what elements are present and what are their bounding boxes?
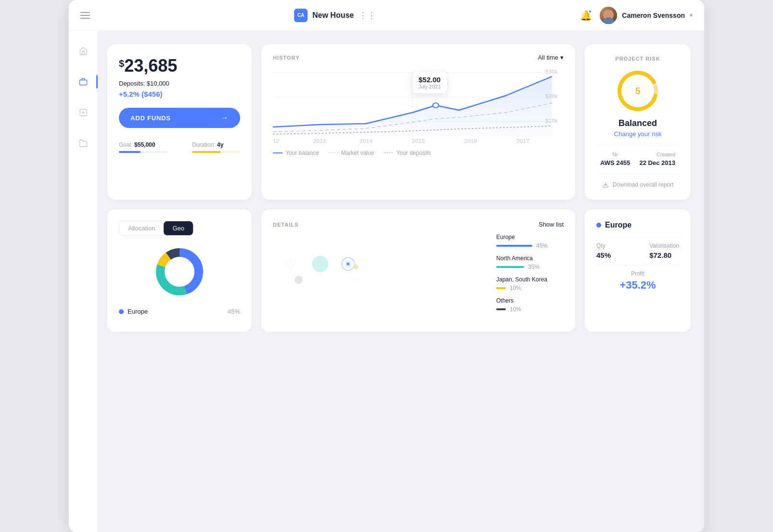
svg-rect-37 [295, 261, 296, 262]
sidebar-item-home[interactable] [75, 42, 92, 60]
europe-region-title: Europe [605, 221, 631, 229]
sidebar [69, 31, 98, 532]
chart-tooltip: $52.00 July 2021 [412, 72, 447, 93]
svg-rect-41 [293, 264, 294, 265]
history-card: HISTORY All time ▾ $52.00 July 2021 [261, 44, 575, 200]
hamburger-menu[interactable] [80, 12, 90, 19]
region-north-america: North America 35% [496, 255, 564, 270]
svg-text:2013: 2013 [313, 139, 326, 144]
svg-text:2012: 2012 [273, 139, 279, 144]
valorisation-label: Valorisation [649, 242, 679, 249]
legend-line-deposits [384, 152, 393, 153]
nav-right: 🔔 Cameron Svensson ▾ [580, 7, 693, 24]
goal-progress-bar [119, 151, 167, 153]
created-value: 22 Dec 2013 [640, 159, 675, 166]
risk-title: PROJECT RISK [596, 56, 679, 62]
risk-created: Created 22 Dec 2013 [640, 152, 675, 166]
legend-market: Market value [329, 150, 374, 156]
tooltip-date: July 2021 [418, 84, 441, 89]
svg-point-89 [312, 256, 328, 272]
svg-rect-78 [351, 277, 352, 278]
japan-bar [496, 287, 506, 289]
sidebar-item-portfolio[interactable] [75, 73, 92, 90]
svg-rect-39 [287, 264, 288, 265]
svg-point-12 [433, 103, 438, 108]
svg-text:$30k: $30k [545, 69, 558, 75]
notification-dot [588, 10, 592, 13]
legend-label-balance: Your balance [285, 150, 319, 156]
svg-rect-74 [351, 263, 352, 264]
details-header: DETAILS Show list [273, 221, 564, 228]
svg-rect-36 [292, 262, 293, 263]
portfolio-card: $23,685 Deposits: $10,000 +5.2% ($456) A… [107, 44, 252, 200]
profit-label: Profit [596, 270, 679, 277]
user-profile[interactable]: Cameron Svensson ▾ [600, 7, 693, 24]
gain-display: +5.2% ($456) [119, 90, 240, 98]
svg-rect-45 [287, 269, 288, 270]
history-title: HISTORY [273, 55, 299, 61]
region-europe: Europe 45% [496, 234, 564, 249]
svg-point-93 [354, 265, 359, 269]
svg-text:2016: 2016 [464, 139, 477, 144]
svg-rect-44 [292, 266, 293, 267]
duration-item: Duration: 4y [192, 141, 240, 153]
svg-text:2015: 2015 [412, 139, 425, 144]
europe-card: Europe Qty 45% Valorisation $72.80 [585, 209, 691, 332]
legend-label-deposits: Your deposits [396, 150, 431, 156]
project-badge: CA [294, 9, 308, 22]
svg-rect-0 [79, 80, 87, 85]
svg-rect-63 [318, 275, 319, 276]
sidebar-item-folder[interactable] [75, 135, 92, 152]
tooltip-amount: $52.00 [418, 76, 441, 84]
svg-rect-80 [353, 279, 354, 280]
show-list-button[interactable]: Show list [539, 221, 564, 228]
svg-rect-85 [302, 277, 303, 278]
legend-line-balance [273, 152, 283, 153]
svg-rect-31 [287, 260, 288, 261]
time-filter[interactable]: All time ▾ [538, 54, 564, 61]
svg-rect-43 [289, 266, 290, 267]
europe-indicator-dot [596, 223, 601, 228]
deposits-row: Deposits: $10,000 [119, 80, 240, 87]
chart-legend: Your balance Market value Your deposits [273, 150, 564, 156]
sidebar-item-add[interactable] [75, 104, 92, 121]
change-risk-link[interactable]: Change your risk [596, 130, 679, 138]
others-bar [496, 308, 506, 310]
europe-bar [496, 245, 532, 247]
svg-rect-33 [293, 259, 294, 260]
tab-allocation[interactable]: Allocation [119, 221, 164, 235]
svg-rect-64 [321, 275, 322, 276]
download-report-button[interactable]: Download overall report [596, 174, 679, 188]
profit-value: +35.2% [596, 279, 679, 291]
legend-item-europe: Europe 45% [119, 308, 240, 315]
tab-geo[interactable]: Geo [164, 221, 193, 235]
svg-rect-30 [284, 260, 285, 261]
details-title: DETAILS [273, 222, 298, 228]
svg-rect-47 [289, 271, 290, 272]
risk-gauge: 5 [616, 69, 659, 113]
region-bars: Europe 45% North America 35% [496, 234, 564, 318]
svg-point-29 [166, 258, 193, 285]
svg-rect-32 [290, 259, 291, 260]
cards-grid: $23,685 Deposits: $10,000 +5.2% ($456) A… [107, 44, 691, 332]
dollar-sign: $ [119, 58, 124, 69]
risk-nr: Nr AWS 2455 [600, 152, 630, 166]
svg-rect-42 [286, 266, 287, 267]
svg-rect-40 [290, 264, 291, 265]
svg-rect-67 [348, 258, 349, 259]
europe-stats: Qty 45% Valorisation $72.80 [596, 242, 679, 259]
nr-label: Nr [600, 152, 630, 157]
svg-text:2017: 2017 [516, 139, 529, 144]
history-chart: $52.00 July 2021 $30k $20k $10k [273, 67, 564, 144]
project-name: New House [312, 11, 354, 20]
goal-duration: Goal: $55,000 Duration: 4y [119, 141, 240, 153]
notifications-bell[interactable]: 🔔 [580, 10, 592, 21]
allocation-legend: Europe 45% [119, 308, 240, 315]
qty-stat: Qty 45% [596, 242, 611, 259]
svg-rect-62 [320, 272, 321, 273]
add-funds-button[interactable]: ADD FUNDS → [119, 108, 240, 128]
donut-chart [153, 245, 206, 298]
svg-rect-46 [290, 269, 291, 270]
amount-display: $23,685 [119, 56, 240, 76]
grid-icon[interactable]: ⋮⋮ [359, 10, 376, 21]
